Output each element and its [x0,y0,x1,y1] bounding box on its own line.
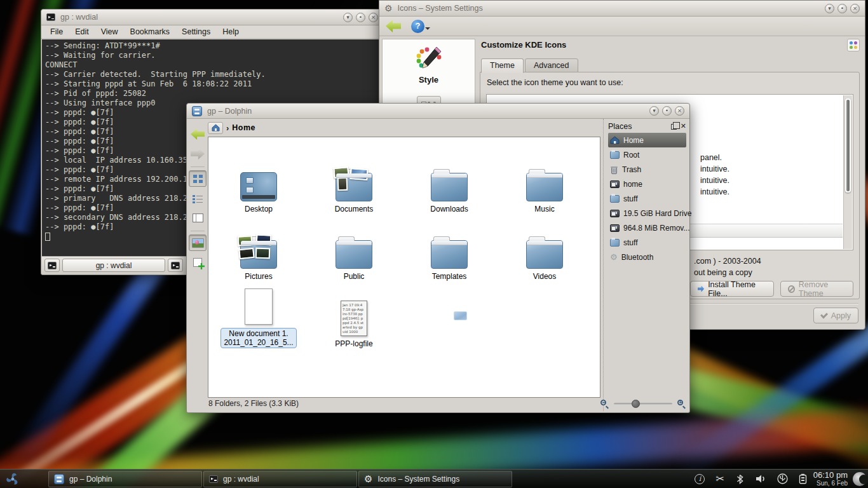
file-item-public[interactable]: Public [306,214,402,281]
split-view-button[interactable] [189,254,207,271]
file-item-pictures[interactable]: Pictures [211,214,306,281]
bluetooth-icon [610,253,618,261]
preview-button[interactable] [189,234,207,251]
gear-icon [364,473,372,485]
folder-icon [610,195,620,203]
new-tab-button[interactable] [44,259,60,272]
menu-view[interactable]: View [101,27,118,36]
tab-list-button[interactable] [168,259,183,272]
gear-icon [384,3,393,13]
minimize-icon[interactable]: ▾ [825,4,834,13]
tab-theme[interactable]: Theme [481,58,524,73]
klipper-scissors-icon[interactable] [715,474,724,484]
apply-button[interactable]: Apply [813,308,858,323]
menu-bookmarks[interactable]: Bookmarks [130,27,170,36]
page-title: Customize KDE Icons [481,40,566,50]
bluetooth-icon[interactable] [735,474,745,484]
minimize-icon[interactable]: ▾ [649,106,659,116]
menu-help[interactable]: Help [222,27,239,36]
konsole-tab[interactable]: gp : wvdial [62,259,165,272]
file-item-desktop[interactable]: Desktop [211,146,306,214]
breadcrumb-home-label[interactable]: Home [232,123,255,132]
menu-settings[interactable]: Settings [182,27,210,36]
back-icon[interactable] [386,20,401,32]
application-launcher-button[interactable] [0,470,25,488]
close-icon[interactable]: × [369,13,378,22]
tab-advanced[interactable]: Advanced [525,58,578,73]
close-panel-icon[interactable]: ✕ [681,123,686,130]
minimize-icon[interactable]: ▾ [343,13,353,22]
install-theme-button[interactable]: Install Theme File... [690,281,774,297]
places-item-removable[interactable]: 964.8 MiB Remov... [608,220,686,235]
selected-file-label: New document 1. 2011_01_20_16_5... [220,328,296,348]
details-view-button[interactable] [189,190,207,207]
task-manager: gp – Dolphin gp : wvdial Icons – System … [48,471,512,487]
task-wvdial[interactable]: gp : wvdial [203,471,357,487]
file-item-documents[interactable]: Documents [306,146,402,214]
file-item-new-document[interactable]: New document 1. 2011_01_20_16_5... [211,281,306,348]
back-button[interactable] [189,126,207,142]
places-item-stuff-2[interactable]: stuff [608,235,686,250]
breadcrumb-home-button[interactable] [208,122,223,134]
status-text: 8 Folders, 2 Files (3.3 KiB) [208,399,299,408]
help-icon[interactable]: ? [411,20,424,33]
system-tray [695,473,813,484]
file-item-music[interactable]: Music [497,146,592,214]
konsole-menubar: File Edit View Bookmarks Settings Help [41,25,383,39]
file-item-videos[interactable]: Videos [497,214,592,281]
menu-file[interactable]: File [50,27,63,36]
folder-icon [431,173,468,201]
taskbar: gp – Dolphin gp : wvdial Icons – System … [0,469,868,488]
close-icon[interactable]: × [850,4,860,13]
icons-view-button[interactable] [189,170,207,187]
columns-view-icon [193,214,203,222]
remove-theme-button[interactable]: Remove Theme [780,281,853,297]
konsole-titlebar[interactable]: gp : wvdial ▾ • × [41,10,383,25]
sidebar-item-style[interactable]: Style [383,46,475,85]
breadcrumb: Home [208,121,255,135]
places-item-home-partition[interactable]: home [608,177,686,191]
places-item-home[interactable]: Home [608,133,686,147]
check-icon [820,311,828,318]
file-item-templates[interactable]: Templates [402,214,497,281]
volume-icon[interactable] [756,474,766,484]
panel-cashew-icon[interactable] [853,472,867,486]
scrollbar[interactable] [843,95,852,249]
forward-button[interactable] [189,146,207,162]
file-item-ppp-logfile[interactable]: Jan 17 09:4 7:18 gp-Asp ire-5738 pp pd[1… [306,281,402,348]
columns-view-button[interactable] [189,210,207,226]
details-view-icon [193,194,203,203]
konsole-tab-label: gp : wvdial [96,261,132,270]
scrollbar-thumb[interactable] [845,98,851,193]
places-item-root[interactable]: Root [608,147,686,162]
places-item-bluetooth[interactable]: Bluetooth [608,250,686,264]
places-item-hard-drive[interactable]: 19.5 GiB Hard Drive [608,206,686,220]
task-system-settings[interactable]: Icons – System Settings [358,471,512,487]
folder-icon [526,173,563,201]
menu-edit[interactable]: Edit [75,27,89,36]
blank-document-icon [245,288,273,325]
terminal-line: --> Waiting for carrier. [45,51,379,60]
places-item-stuff[interactable]: stuff [608,191,686,206]
dolphin-file-view[interactable]: Desktop Documents Downloads [208,137,600,398]
clock-date: Sun, 6 Feb [813,480,848,487]
icons-view-icon [193,175,203,183]
battery-icon[interactable] [799,473,807,484]
file-item-downloads[interactable]: Downloads [402,146,497,214]
task-dolphin[interactable]: gp – Dolphin [48,471,202,487]
maximize-icon[interactable]: • [662,106,672,116]
info-icon[interactable] [695,474,705,484]
close-icon[interactable]: × [675,106,684,116]
dolphin-window-title: gp – Dolphin [207,107,252,116]
float-panel-icon[interactable] [671,124,677,130]
dolphin-titlebar[interactable]: gp – Dolphin ▾ • × [187,104,689,119]
maximize-icon[interactable]: • [356,13,365,22]
overview-icon[interactable] [847,39,860,51]
system-settings-titlebar[interactable]: Icons – System Settings ▾ • × [379,1,865,17]
terminal-icon [209,475,218,483]
maximize-icon[interactable]: • [837,4,847,13]
digital-clock[interactable]: 06:10 pm Sun, 6 Feb [813,471,848,487]
places-item-trash[interactable]: Trash [608,162,686,177]
device-notifier-icon[interactable] [777,473,788,484]
trash-icon [610,165,618,174]
